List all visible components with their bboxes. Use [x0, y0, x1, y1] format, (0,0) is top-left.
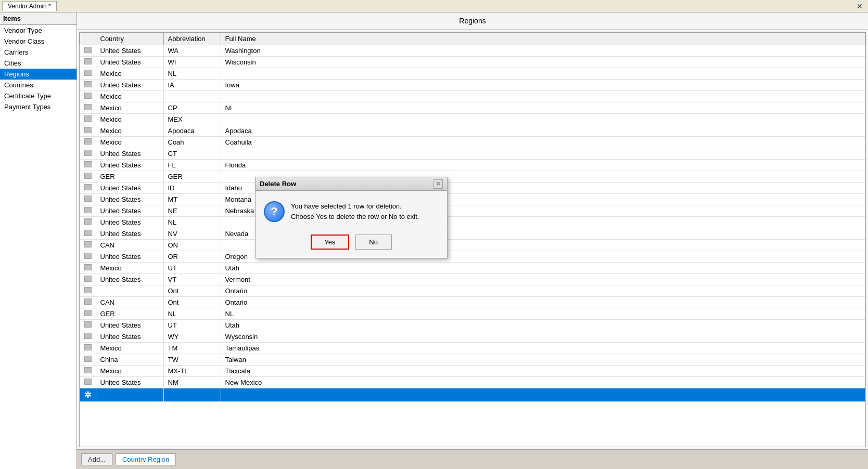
row-country: Mexico — [96, 366, 163, 377]
table-row[interactable]: United StatesNMNew Mexico — [80, 377, 865, 388]
title-bar: Vendor Admin * ✕ — [0, 0, 868, 12]
table-row[interactable]: United StatesUTUtah — [80, 320, 865, 331]
table-row[interactable]: MexicoCPNL — [80, 102, 865, 114]
dialog-yes-button[interactable]: Yes — [311, 234, 349, 250]
table-row[interactable]: MexicoMEX — [80, 114, 865, 125]
row-indicator-cell — [80, 80, 96, 91]
row-indicator-cell — [80, 137, 96, 148]
new-row-fullname[interactable] — [221, 388, 865, 402]
row-abbreviation: Apodaca — [163, 125, 221, 137]
window-close-button[interactable]: ✕ — [853, 2, 866, 10]
row-abbreviation: GER — [163, 171, 221, 183]
sidebar-item-vendor-class[interactable]: Vendor Class — [0, 36, 76, 47]
row-indicator-cell — [80, 297, 96, 308]
row-indicator-cell — [80, 194, 96, 205]
vendor-admin-tab[interactable]: Vendor Admin * — [2, 1, 57, 11]
table-row[interactable]: MexicoTMTamaulipas — [80, 343, 865, 354]
table-row[interactable]: OntOntario — [80, 285, 865, 297]
row-abbreviation: CP — [163, 102, 221, 114]
table-row[interactable]: CANOntOntario — [80, 297, 865, 308]
table-row[interactable]: United StatesFLFlorida — [80, 160, 865, 171]
row-fullname: Florida — [221, 160, 865, 171]
row-indicator-cell — [80, 91, 96, 102]
table-row[interactable]: GERNLNL — [80, 308, 865, 320]
row-indicator-cell — [80, 366, 96, 377]
table-row[interactable]: United StatesNENebraska — [80, 205, 865, 217]
dialog-message-line1: You have selected 1 row for deletion. — [291, 201, 419, 212]
row-country: United States — [96, 45, 163, 57]
table-row[interactable]: Mexico — [80, 91, 865, 102]
sidebar-item-cities[interactable]: Cities — [0, 58, 76, 69]
table-row[interactable]: United StatesNL — [80, 217, 865, 228]
table-row[interactable]: United StatesNVNevada — [80, 228, 865, 240]
country-region-tag: Country Region — [116, 453, 176, 465]
row-indicator-cell — [80, 171, 96, 183]
table-row[interactable]: ChinaTWTaiwan — [80, 354, 865, 366]
regions-table-wrapper[interactable]: Country Abbreviation Full Name United St… — [79, 32, 866, 447]
sidebar-item-vendor-type[interactable]: Vendor Type — [0, 25, 76, 36]
row-fullname: Vermont — [221, 274, 865, 285]
row-fullname: Iowa — [221, 80, 865, 91]
row-fullname: Coahuila — [221, 137, 865, 148]
row-indicator-cell — [80, 343, 96, 354]
new-row-abbreviation[interactable] — [163, 388, 221, 402]
row-indicator-cell — [80, 160, 96, 171]
col-abbreviation: Abbreviation — [163, 33, 221, 45]
row-abbreviation: MT — [163, 194, 221, 205]
row-country: GER — [96, 171, 163, 183]
row-country: Mexico — [96, 263, 163, 274]
table-row[interactable]: MexicoNL — [80, 68, 865, 80]
sidebar-item-payment-types[interactable]: Payment Types — [0, 101, 76, 112]
row-fullname: Utah — [221, 263, 865, 274]
table-row[interactable]: United StatesWIWisconsin — [80, 57, 865, 68]
add-button[interactable]: Add... — [81, 453, 112, 465]
table-row[interactable]: United StatesIDIdaho — [80, 183, 865, 194]
table-body: United StatesWAWashingtonUnited StatesWI… — [80, 45, 865, 402]
row-abbreviation: NL — [163, 68, 221, 80]
row-abbreviation: WI — [163, 57, 221, 68]
table-row[interactable]: CANON — [80, 240, 865, 251]
row-indicator-cell — [80, 228, 96, 240]
table-row[interactable]: GERGER — [80, 171, 865, 183]
table-row[interactable]: MexicoUTUtah — [80, 263, 865, 274]
footer-toolbar: Add... Country Region — [77, 449, 868, 469]
row-country: Mexico — [96, 91, 163, 102]
row-abbreviation: MEX — [163, 114, 221, 125]
row-country: United States — [96, 217, 163, 228]
table-row[interactable]: MexicoApodacaApodaca — [80, 125, 865, 137]
table-row[interactable]: United StatesVTVermont — [80, 274, 865, 285]
sidebar-item-carriers[interactable]: Carriers — [0, 47, 76, 58]
row-country: United States — [96, 320, 163, 331]
dialog-no-button[interactable]: No — [355, 234, 392, 250]
row-country: China — [96, 354, 163, 366]
row-country: United States — [96, 80, 163, 91]
row-fullname: Washington — [221, 45, 865, 57]
row-abbreviation: IA — [163, 80, 221, 91]
row-indicator-cell — [80, 125, 96, 137]
table-row[interactable]: United StatesWAWashington — [80, 45, 865, 57]
table-row[interactable]: MexicoCoahCoahuila — [80, 137, 865, 148]
sidebar-item-certificate-type[interactable]: Certificate Type — [0, 90, 76, 101]
table-row[interactable]: United StatesCT — [80, 148, 865, 160]
table-row[interactable]: United StatesWYWysconsin — [80, 331, 865, 343]
sidebar-item-countries[interactable]: Countries — [0, 80, 76, 90]
table-row[interactable]: MexicoMX-TLTlaxcala — [80, 366, 865, 377]
row-abbreviation: NV — [163, 228, 221, 240]
new-row[interactable]: ✲ — [80, 388, 865, 402]
row-fullname: Utah — [221, 320, 865, 331]
table-row[interactable]: United StatesMTMontana — [80, 194, 865, 205]
sidebar-item-regions[interactable]: Regions — [0, 69, 76, 80]
row-indicator-cell — [80, 57, 96, 68]
dialog-close-button[interactable]: ✕ — [433, 179, 443, 189]
table-row[interactable]: United StatesOROregon — [80, 251, 865, 263]
row-fullname: New Mexico — [221, 377, 865, 388]
row-fullname — [221, 68, 865, 80]
col-fullname: Full Name — [221, 33, 865, 45]
row-fullname: Wisconsin — [221, 57, 865, 68]
row-fullname — [221, 114, 865, 125]
row-country: United States — [96, 331, 163, 343]
new-row-country[interactable] — [96, 388, 163, 402]
row-fullname: Ontario — [221, 297, 865, 308]
table-row[interactable]: United StatesIAIowa — [80, 80, 865, 91]
row-country: GER — [96, 308, 163, 320]
